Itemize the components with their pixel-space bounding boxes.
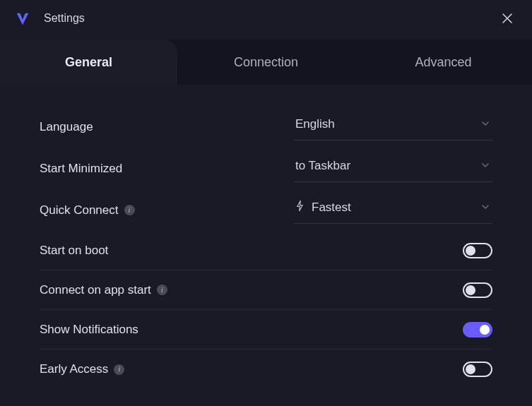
chevron-down-icon — [481, 159, 490, 173]
language-select[interactable]: English — [294, 113, 492, 141]
row-start-minimized: Start Minimized to Taskbar — [40, 148, 492, 189]
early-access-toggle[interactable] — [463, 362, 492, 377]
chevron-down-icon — [481, 201, 490, 215]
show-notifications-toggle[interactable] — [463, 322, 492, 338]
start-minimized-select[interactable]: to Taskbar — [294, 155, 492, 182]
tab-advanced[interactable]: Advanced — [355, 40, 532, 85]
window-title: Settings — [44, 12, 497, 25]
start-minimized-value: to Taskbar — [295, 159, 350, 173]
start-on-boot-toggle[interactable] — [463, 243, 492, 258]
bolt-icon — [295, 201, 305, 215]
titlebar: Settings — [0, 0, 532, 37]
start-minimized-label: Start Minimized — [40, 162, 294, 176]
info-icon[interactable]: i — [124, 205, 135, 215]
language-label: Language — [40, 120, 294, 134]
start-on-boot-label: Start on boot — [40, 244, 294, 258]
settings-panel: Language English Start Minimized to Task… — [0, 85, 532, 403]
tabstrip: General Connection Advanced — [0, 40, 532, 85]
app-logo-icon — [14, 10, 31, 27]
quick-connect-label-text: Quick Connect — [40, 203, 119, 217]
close-button[interactable] — [497, 8, 518, 29]
language-value: English — [295, 117, 335, 131]
row-connect-on-start: Connect on app start i — [40, 270, 492, 310]
close-icon — [502, 13, 513, 24]
info-icon[interactable]: i — [157, 285, 167, 295]
row-quick-connect: Quick Connect i Fastest — [40, 189, 492, 231]
quick-connect-value: Fastest — [295, 201, 351, 215]
connect-on-start-label: Connect on app start i — [40, 283, 294, 297]
connect-on-start-label-text: Connect on app start — [40, 283, 151, 297]
row-start-on-boot: Start on boot — [40, 231, 492, 270]
early-access-label: Early Access i — [40, 362, 294, 376]
chevron-down-icon — [481, 117, 490, 131]
info-icon[interactable]: i — [114, 364, 124, 375]
early-access-label-text: Early Access — [40, 362, 108, 376]
tab-general[interactable]: General — [0, 40, 177, 85]
row-early-access: Early Access i — [40, 350, 492, 389]
quick-connect-label: Quick Connect i — [40, 203, 294, 217]
tab-connection[interactable]: Connection — [177, 40, 355, 85]
row-language: Language English — [40, 106, 492, 148]
show-notifications-label: Show Notifications — [40, 323, 294, 337]
connect-on-start-toggle[interactable] — [463, 282, 492, 298]
row-show-notifications: Show Notifications — [40, 310, 492, 350]
quick-connect-select[interactable]: Fastest — [294, 196, 492, 224]
quick-connect-value-text: Fastest — [312, 201, 351, 215]
